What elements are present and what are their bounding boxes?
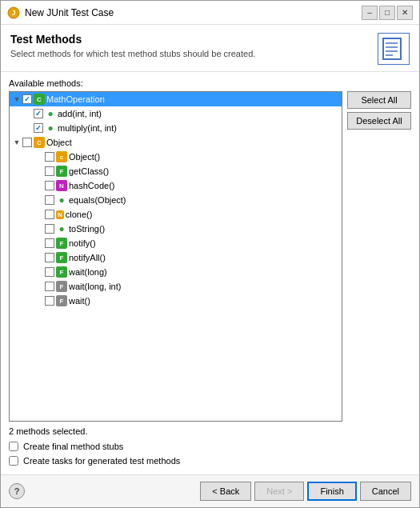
icon-getclass: F [56, 166, 67, 177]
icon-equals: ● [56, 194, 67, 206]
label-notify: notify() [69, 238, 96, 248]
label-tostring: toString() [69, 224, 105, 234]
expand-arrow-object: ▼ [11, 138, 22, 146]
icon-hashcode: N [56, 180, 67, 191]
label-math-op: MathOperation [46, 94, 105, 104]
icon-math-op: C [34, 94, 45, 105]
title-bar: J New JUnit Test Case – □ ✕ [1, 1, 419, 25]
icon-waitlongint: F [56, 281, 67, 292]
minimize-button[interactable]: – [362, 6, 378, 20]
checkbox-waitlong[interactable] [45, 267, 54, 277]
label-waitlong: wait(long) [69, 267, 107, 277]
checkbox-waitlongint[interactable] [45, 282, 54, 291]
window: J New JUnit Test Case – □ ✕ Test Methods… [0, 0, 420, 508]
header-icon [378, 33, 410, 65]
status-line: 2 methods selected. [9, 426, 411, 436]
checkbox-object[interactable] [22, 138, 32, 147]
footer-left: ? [9, 483, 25, 499]
btn-panel: Select All Deselect All [347, 91, 411, 422]
checkbox-equals[interactable] [45, 195, 54, 205]
label-notifyall: notifyAll() [69, 253, 106, 262]
checkbox-clone[interactable] [45, 210, 54, 219]
back-button[interactable]: < Back [200, 482, 251, 501]
checkbox-multiply[interactable] [34, 123, 43, 133]
create-tasks-checkbox[interactable] [9, 456, 18, 466]
junit-icon: J [7, 6, 20, 19]
icon-multiply: ● [45, 122, 56, 134]
tree-container[interactable]: ▼ C MathOperation ● add(int, int) ● [9, 91, 342, 422]
help-button[interactable]: ? [9, 483, 25, 499]
tree-item-waitlong[interactable]: F wait(long) [10, 265, 342, 279]
label-multiply: multiply(int, int) [58, 123, 117, 133]
label-getclass: getClass() [69, 166, 109, 176]
checkbox-add[interactable] [34, 109, 43, 118]
label-clone: clone() [66, 210, 93, 219]
title-bar-title: New JUnit Test Case [25, 7, 114, 18]
page-title: Test Methods [10, 33, 255, 46]
tree-item-clone[interactable]: N clone() [10, 207, 342, 222]
icon-object: C [34, 137, 45, 148]
icon-notifyall: F [56, 252, 67, 263]
icon-clone: N [56, 210, 64, 219]
tree-item-waitlongint[interactable]: F wait(long, int) [10, 279, 342, 294]
tree-item-getclass[interactable]: F getClass() [10, 164, 342, 178]
icon-add: ● [45, 108, 56, 119]
create-final-label: Create final method stubs [23, 442, 123, 451]
checkbox-hashcode[interactable] [45, 181, 54, 190]
body-section: Available methods: ▼ C MathOperation ● a… [1, 72, 419, 474]
create-final-checkbox[interactable] [9, 442, 18, 451]
label-object: Object [46, 138, 72, 147]
available-label: Available methods: [9, 78, 411, 88]
checkbox-tostring[interactable] [45, 224, 54, 234]
tree-item-multiply[interactable]: ● multiply(int, int) [10, 121, 342, 135]
create-tasks-row: Create tasks for generated test methods [9, 456, 411, 466]
checkbox-getclass[interactable] [45, 166, 54, 176]
icon-wait: F [56, 295, 67, 306]
checkbox-math-op[interactable] [22, 94, 32, 104]
checkbox-wait[interactable] [45, 296, 54, 306]
next-button[interactable]: Next > [254, 482, 304, 501]
maximize-button[interactable]: □ [379, 6, 395, 20]
label-add: add(int, int) [58, 109, 102, 118]
title-bar-left: J New JUnit Test Case [7, 6, 114, 19]
svg-rect-2 [383, 38, 401, 59]
methods-area: ▼ C MathOperation ● add(int, int) ● [9, 91, 411, 422]
footer-buttons: < Back Next > Finish Cancel [200, 482, 411, 501]
finish-button[interactable]: Finish [307, 482, 356, 501]
icon-notify: F [56, 238, 67, 249]
checkbox-obj-c[interactable] [45, 152, 54, 162]
tree-item-equals[interactable]: ● equals(Object) [10, 193, 342, 207]
label-waitlongint: wait(long, int) [69, 282, 121, 291]
tree-item-notifyall[interactable]: F notifyAll() [10, 250, 342, 265]
cancel-button[interactable]: Cancel [360, 482, 411, 501]
deselect-all-button[interactable]: Deselect All [347, 112, 411, 130]
tree-item-object[interactable]: ▼ C Object [10, 135, 342, 150]
label-hashcode: hashCode() [69, 181, 114, 190]
tree-item-wait[interactable]: F wait() [10, 294, 342, 308]
tree-item-math-op[interactable]: ▼ C MathOperation [10, 92, 342, 106]
footer: ? < Back Next > Finish Cancel [1, 474, 419, 507]
create-tasks-label: Create tasks for generated test methods [23, 456, 180, 466]
tree-item-obj-constructor[interactable]: c Object() [10, 150, 342, 164]
checkbox-notify[interactable] [45, 238, 54, 248]
icon-tostring: ● [56, 223, 67, 234]
icon-waitlong: F [56, 266, 67, 278]
create-final-row: Create final method stubs [9, 442, 411, 451]
label-equals: equals(Object) [69, 195, 126, 205]
header-section: Test Methods Select methods for which te… [1, 25, 419, 72]
close-button[interactable]: ✕ [397, 6, 413, 20]
expand-arrow-math: ▼ [11, 95, 22, 103]
tree-item-notify[interactable]: F notify() [10, 236, 342, 250]
tree-item-hashcode[interactable]: N hashCode() [10, 178, 342, 193]
page-description: Select methods for which test method stu… [10, 49, 255, 58]
tree-item-add[interactable]: ● add(int, int) [10, 106, 342, 121]
select-all-button[interactable]: Select All [347, 91, 411, 109]
header-text: Test Methods Select methods for which te… [10, 33, 255, 58]
tree-item-tostring[interactable]: ● toString() [10, 222, 342, 236]
title-bar-controls: – □ ✕ [362, 6, 413, 20]
svg-text:J: J [11, 9, 15, 17]
label-obj-c: Object() [69, 152, 100, 162]
label-wait: wait() [69, 296, 90, 306]
icon-obj-c: c [56, 151, 67, 162]
checkbox-notifyall[interactable] [45, 253, 54, 262]
